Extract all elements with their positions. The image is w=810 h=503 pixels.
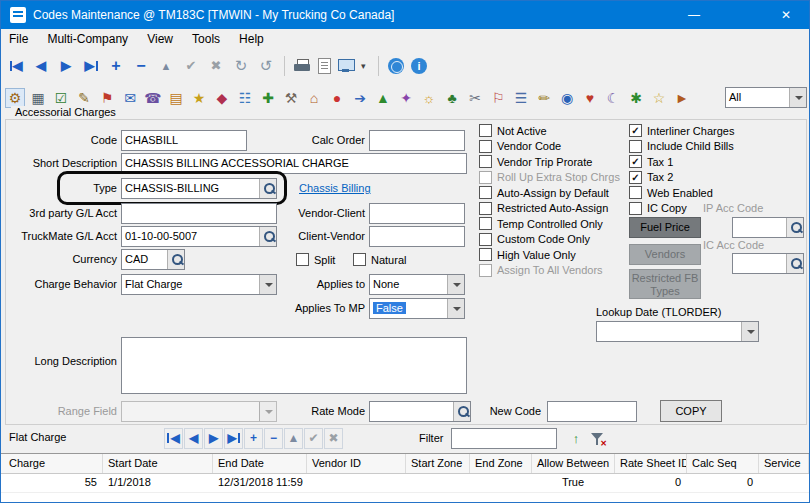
phone-icon[interactable]: ☎ xyxy=(143,88,163,108)
mail-icon[interactable]: ✉ xyxy=(120,88,140,108)
detail-first-icon[interactable]: ◀ xyxy=(164,428,183,449)
monitor-dropdown-arrow-icon[interactable]: ▾ xyxy=(361,61,369,71)
checkbox-natural[interactable]: Natural xyxy=(353,252,406,267)
close-button[interactable]: ✕ xyxy=(763,1,809,29)
codes-module-icon[interactable]: ⚙ xyxy=(5,88,25,108)
pencil-icon[interactable]: ✏ xyxy=(534,88,554,108)
detail-delete-icon[interactable]: − xyxy=(264,428,283,449)
new-code-field[interactable] xyxy=(547,401,637,422)
charge-behavior-combo[interactable]: Flat Charge xyxy=(121,274,277,295)
calc-order-field[interactable] xyxy=(369,130,465,151)
applies-to-mp-combo[interactable]: False xyxy=(369,298,465,319)
refresh-icon[interactable]: ↻ xyxy=(232,56,250,76)
edit-record-icon[interactable]: ▲ xyxy=(157,56,175,76)
grid-column-header[interactable]: Vendor ID xyxy=(307,454,406,473)
dropdown-arrow-icon[interactable] xyxy=(447,299,464,318)
star-icon[interactable]: ★ xyxy=(189,88,209,108)
star-outline-icon[interactable]: ☆ xyxy=(649,88,669,108)
type-field[interactable]: CHASSIS-BILLING xyxy=(121,178,277,199)
checkbox-auto-assign-by-default[interactable]: Auto-Assign by Default xyxy=(479,185,620,201)
globe-icon[interactable] xyxy=(388,58,404,74)
grid-column-header[interactable]: Start Zone xyxy=(406,454,470,473)
last-record-icon[interactable]: ▶ xyxy=(82,56,100,76)
grid-column-header[interactable]: Rate Sheet ID xyxy=(615,454,687,473)
ic-acc-code-lookup-icon[interactable] xyxy=(786,254,803,273)
checkbox-custom-code-only[interactable]: Custom Code Only xyxy=(479,232,620,248)
checkbox-include-child-bills[interactable]: Include Child Bills xyxy=(629,139,734,155)
third-party-gl-field[interactable] xyxy=(121,203,277,224)
lookup-date-combo[interactable] xyxy=(596,321,759,342)
grid-column-header[interactable]: Charge xyxy=(1,454,103,473)
clear-filter-icon[interactable]: ✕ xyxy=(589,429,607,449)
checkbox-vendor-trip-prorate[interactable]: Vendor Trip Prorate xyxy=(479,154,620,170)
menu-tools[interactable]: Tools xyxy=(184,29,228,50)
filter-field[interactable] xyxy=(451,428,557,449)
checkbox-restricted-auto-assign[interactable]: Restricted Auto-Assign xyxy=(479,201,620,217)
dropdown-arrow-icon[interactable] xyxy=(741,322,758,341)
menu-file[interactable]: File xyxy=(1,29,36,50)
client-vendor-field[interactable] xyxy=(369,226,465,247)
info-icon[interactable]: i xyxy=(411,58,427,74)
delete-record-icon[interactable]: − xyxy=(132,56,150,76)
currency-lookup-icon[interactable] xyxy=(167,250,184,269)
insert-record-icon[interactable]: + xyxy=(107,56,125,76)
grid-column-header[interactable]: Allow Between xyxy=(532,454,615,473)
route-icon[interactable]: ➔ xyxy=(350,88,370,108)
type-lookup-icon[interactable] xyxy=(259,179,276,198)
chassis-billing-link[interactable]: Chassis Billing xyxy=(299,182,371,194)
grid-column-header[interactable]: Calc Seq xyxy=(687,454,759,473)
print-icon[interactable] xyxy=(294,59,311,74)
requery-icon[interactable]: ↺ xyxy=(257,56,275,76)
moon-icon[interactable]: ☾ xyxy=(603,88,623,108)
checkbox-temp-controlled-only[interactable]: Temp Controlled Only xyxy=(479,216,620,232)
next-record-icon[interactable]: ▶ xyxy=(57,56,75,76)
checklist-icon[interactable]: ☑ xyxy=(51,88,71,108)
grid-column-header[interactable]: Service xyxy=(759,454,809,473)
detail-last-icon[interactable]: ▶ xyxy=(224,428,243,449)
detail-insert-icon[interactable]: + xyxy=(244,428,263,449)
edit-note-icon[interactable]: ✎ xyxy=(74,88,94,108)
checkbox-tax-1[interactable]: ✓Tax 1 xyxy=(629,154,734,170)
menu-view[interactable]: View xyxy=(139,29,181,50)
report-icon[interactable] xyxy=(318,58,331,74)
detail-edit-icon[interactable]: ▲ xyxy=(284,428,303,449)
module-filter-combo[interactable]: All xyxy=(725,87,807,108)
grid-icon[interactable]: ▦ xyxy=(28,88,48,108)
post-edit-icon[interactable]: ✔ xyxy=(182,56,200,76)
short-description-field[interactable]: CHASSIS BILLING ACCESSORIAL CHARGE xyxy=(121,153,467,174)
calendar-icon[interactable]: ▤ xyxy=(166,88,186,108)
vendors-button[interactable]: Vendors xyxy=(629,244,701,265)
sort-icon[interactable]: ↑ xyxy=(567,429,585,449)
dropdown-arrow-icon[interactable] xyxy=(447,275,464,294)
monitor-icon[interactable] xyxy=(338,59,354,74)
rate-mode-field[interactable] xyxy=(369,401,471,422)
menu-help[interactable]: Help xyxy=(231,29,272,50)
dropdown-arrow-icon[interactable] xyxy=(789,88,806,107)
minimize-button[interactable]: — xyxy=(671,1,717,29)
flag-icon[interactable]: ⚑ xyxy=(97,88,117,108)
detail-post-icon[interactable]: ✔ xyxy=(304,428,323,449)
diamond-icon[interactable]: ◆ xyxy=(212,88,232,108)
checkbox-interliner-charges[interactable]: ✓Interliner Charges xyxy=(629,123,734,139)
menu-lines-icon[interactable]: ☰ xyxy=(511,88,531,108)
ic-acc-code-field[interactable] xyxy=(732,253,804,274)
restricted-fb-types-button[interactable]: Restricted FB Types xyxy=(629,269,701,299)
record-icon[interactable]: ● xyxy=(327,88,347,108)
add-icon[interactable]: ✚ xyxy=(258,88,278,108)
checkbox-vendor-code[interactable]: Vendor Code xyxy=(479,139,620,155)
home-icon[interactable]: ⌂ xyxy=(304,88,324,108)
checkbox-not-active[interactable]: Not Active xyxy=(479,123,620,139)
heart-icon[interactable]: ♥ xyxy=(580,88,600,108)
truckmate-gl-field[interactable]: 01-10-00-5007 xyxy=(121,226,277,247)
grid-row[interactable]: 551/1/201812/31/2018 11:59True00 xyxy=(1,474,809,493)
asterisk-icon[interactable]: ✱ xyxy=(626,88,646,108)
fuel-price-button[interactable]: Fuel Price xyxy=(629,217,701,238)
menu-multi-company[interactable]: Multi-Company xyxy=(39,29,136,50)
up-icon[interactable]: ▲ xyxy=(373,88,393,108)
detail-prior-icon[interactable]: ◀ xyxy=(184,428,203,449)
title-bar[interactable]: Codes Maintenance @ TM183C [TMWIN - My T… xyxy=(1,1,809,29)
code-field[interactable]: CHASBILL xyxy=(121,130,247,151)
layers-icon[interactable]: ☷ xyxy=(235,88,255,108)
flag-outline-icon[interactable]: ⚐ xyxy=(488,88,508,108)
grid-column-header[interactable]: End Zone xyxy=(470,454,532,473)
